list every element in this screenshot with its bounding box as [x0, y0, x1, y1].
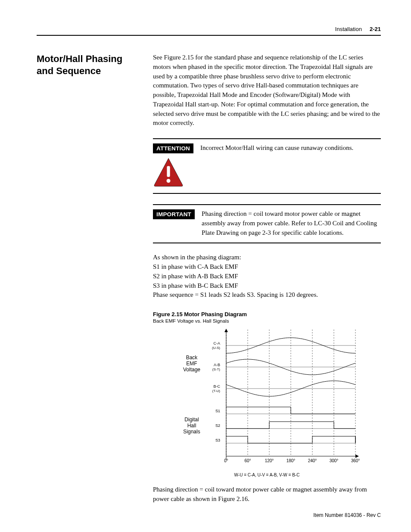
svg-text:0°: 0° [224, 458, 228, 463]
phasing-line: S3 in phase with B-C Back EMF [153, 281, 381, 291]
attention-block: ATTENTION Incorrect Motor/Hall wiring ca… [153, 138, 381, 194]
svg-text:240°: 240° [308, 458, 317, 463]
svg-text:120°: 120° [265, 458, 274, 463]
svg-text:S2: S2 [215, 423, 220, 428]
chapter-label: Installation [335, 26, 362, 32]
phasing-intro: As shown in the phasing diagram: [153, 253, 381, 262]
warning-icon [153, 157, 184, 188]
svg-text:180°: 180° [286, 458, 295, 463]
figure-footnote: W-U = C-A, U-V = A-B, V-W = B-C [153, 473, 381, 477]
phasing-line: S1 in phase with C-A Back EMF [153, 262, 381, 272]
svg-text:(T-U): (T-U) [212, 389, 220, 393]
svg-text:S3: S3 [215, 438, 220, 442]
svg-text:300°: 300° [329, 458, 338, 463]
section-heading: Motor/Hall Phasing and Sequence [37, 53, 131, 77]
svg-point-1 [167, 179, 171, 183]
svg-text:B-C: B-C [213, 384, 220, 389]
page-number: 2-21 [370, 26, 381, 32]
figure-subtitle: Back EMF Voltage vs. Hall Signals [153, 318, 381, 324]
attention-label: ATTENTION [153, 143, 193, 153]
attention-text: Incorrect Motor/Hall wiring can cause ru… [200, 143, 381, 153]
svg-text:60°: 60° [244, 458, 251, 463]
phasing-line: Phase sequence = S1 leads S2 leads S3. S… [153, 290, 381, 300]
svg-text:S1: S1 [215, 409, 220, 413]
svg-text:DigitalHallSignals: DigitalHallSignals [183, 417, 200, 435]
figure-title: Figure 2.15 Motor Phasing Diagram [153, 311, 381, 317]
svg-text:(S-T): (S-T) [212, 367, 220, 371]
phasing-list: As shown in the phasing diagram: S1 in p… [153, 253, 381, 300]
phasing-diagram: 0°60°120°180°240°300°360°C-A(U-S)A-B(S-T… [153, 327, 381, 469]
phasing-line: S2 in phase with A-B Back EMF [153, 272, 381, 281]
intro-paragraph: See Figure 2.15 for the standard phase a… [153, 53, 381, 128]
svg-rect-0 [167, 166, 170, 177]
svg-text:BackEMFVoltage: BackEMFVoltage [183, 355, 200, 373]
trailing-paragraph: Phasing direction = coil toward motor po… [153, 485, 381, 504]
page-header: Installation 2-21 [37, 26, 381, 32]
header-rule [37, 35, 381, 36]
svg-text:C-A: C-A [213, 341, 220, 345]
important-label: IMPORTANT [153, 209, 195, 219]
important-text: Phasing direction = coil toward motor po… [202, 209, 381, 237]
important-block: IMPORTANT Phasing direction = coil towar… [153, 204, 381, 243]
svg-text:360°: 360° [351, 458, 360, 463]
svg-text:A-B: A-B [213, 363, 220, 367]
svg-text:(U-S): (U-S) [212, 346, 220, 350]
page-footer: Item Number 814036 - Rev C [313, 512, 381, 518]
